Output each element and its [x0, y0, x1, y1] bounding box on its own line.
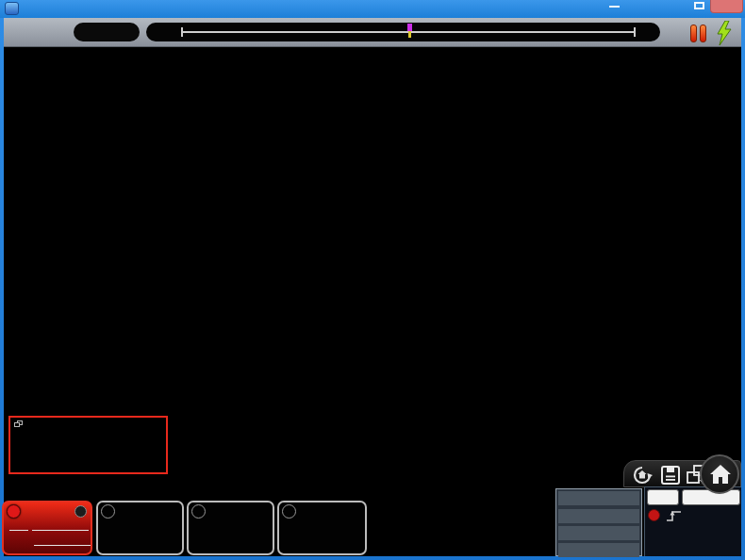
trigger-source-badge	[648, 509, 660, 521]
home-icon	[709, 464, 732, 485]
timebase-row-s[interactable]	[558, 543, 639, 557]
channel-2-box[interactable]	[96, 501, 184, 555]
trigger-menu-button[interactable]	[647, 489, 679, 505]
measurement-box[interactable]	[8, 416, 168, 474]
channel-4-box[interactable]	[277, 501, 367, 555]
save-icon[interactable]	[659, 464, 682, 486]
timebase-panel	[555, 488, 642, 556]
scale-value[interactable]	[32, 530, 89, 531]
rising-edge-icon	[666, 509, 683, 522]
channel-4-coupling-scale	[285, 521, 289, 534]
channel-4-badge[interactable]	[282, 504, 296, 519]
channel-3-box[interactable]	[187, 501, 274, 555]
timebase-row-d[interactable]	[558, 526, 639, 540]
channel-1-box[interactable]	[2, 501, 92, 555]
channel-1-coupling-scale	[9, 521, 89, 534]
channel-3-coupling-scale	[194, 521, 198, 534]
timebase-row-m[interactable]	[558, 491, 639, 505]
timebase-row-t[interactable]	[558, 509, 639, 523]
channel-1-close-button[interactable]	[74, 505, 87, 518]
channel-3-badge[interactable]	[191, 504, 206, 519]
channel-1-badge[interactable]	[7, 504, 21, 519]
home-button[interactable]	[700, 454, 739, 494]
channel-2-coupling-scale	[104, 521, 108, 534]
coupling-value[interactable]	[9, 530, 28, 531]
restore-window-icon[interactable]	[14, 420, 23, 428]
trigger-panel	[644, 486, 741, 556]
oscilloscope-app-window	[0, 0, 745, 560]
channel-1-position[interactable]	[34, 534, 91, 546]
channel-2-badge[interactable]	[101, 504, 115, 519]
autoset-icon[interactable]	[631, 464, 654, 486]
